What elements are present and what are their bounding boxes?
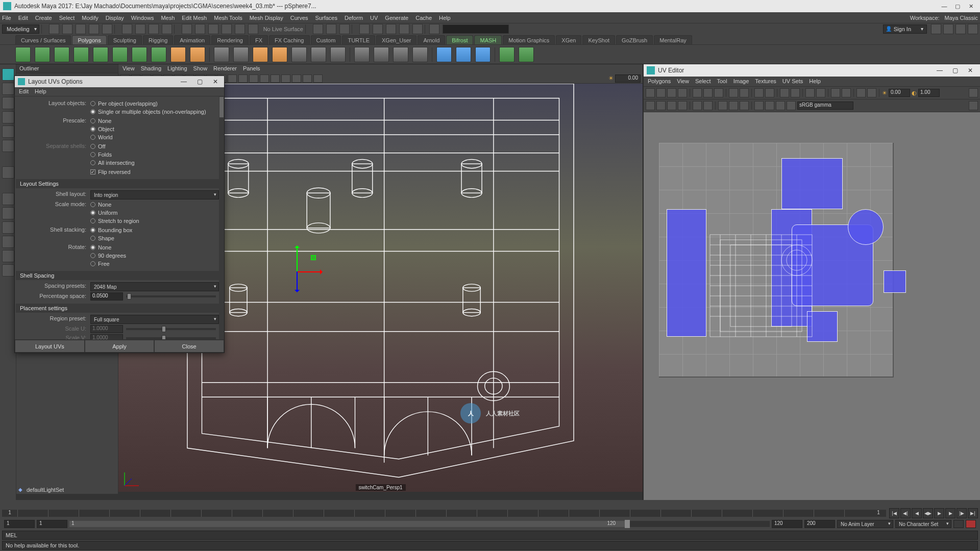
render-icon[interactable]	[359, 24, 370, 34]
target-weld-icon[interactable]	[330, 47, 346, 62]
select-hierarchy-icon[interactable]	[135, 24, 145, 34]
ao-icon[interactable]	[292, 74, 301, 83]
dof-icon[interactable]	[313, 74, 323, 83]
three-pane-icon[interactable]	[2, 250, 14, 262]
rotate-tool-icon[interactable]	[2, 126, 14, 138]
separate-icon[interactable]	[233, 47, 249, 62]
range-track[interactable]: 1 120	[69, 521, 770, 527]
timeline-track[interactable]	[17, 510, 871, 517]
uv-gamma-field[interactable]: 1.00	[918, 89, 940, 97]
radio-prescale-none[interactable]: None	[90, 117, 219, 125]
uv-rotate-cw-icon[interactable]	[678, 88, 687, 97]
uv-checker-icon[interactable]	[831, 88, 840, 97]
sculpt-icon[interactable]	[436, 47, 452, 62]
maximize-button[interactable]: ▢	[951, 2, 964, 11]
shell-layout-dropdown[interactable]: Into region	[90, 190, 219, 199]
signin-dropdown[interactable]: Sign In	[883, 24, 927, 34]
lasso-tool-icon[interactable]	[2, 83, 14, 95]
viewport-menu-show[interactable]: Show	[193, 65, 208, 72]
smooth-icon[interactable]	[354, 47, 370, 62]
four-pane-icon[interactable]	[2, 207, 14, 219]
tab-rendering[interactable]: Rendering	[211, 35, 249, 44]
render-view-icon[interactable]	[399, 24, 409, 34]
panel-layout-icon[interactable]	[429, 24, 439, 34]
dialog-maximize-button[interactable]: ▢	[194, 78, 206, 85]
tab-curves-surfaces[interactable]: Curves / Surfaces	[15, 35, 71, 44]
viewport-menu-panels[interactable]: Panels	[243, 65, 260, 72]
snap-plane-icon[interactable]	[222, 24, 232, 34]
tab-gozbrush[interactable]: GoZBrush	[616, 35, 653, 44]
uv-menu-help[interactable]: Help	[809, 78, 821, 85]
radio-rotate-free[interactable]: Free	[90, 260, 219, 268]
last-tool-icon[interactable]	[2, 166, 14, 179]
motion-blur-icon[interactable]	[303, 74, 312, 83]
new-scene-icon[interactable]	[49, 24, 59, 34]
manipulator-y-axis[interactable]	[297, 246, 298, 271]
uv-refresh-icon[interactable]	[969, 101, 978, 110]
dialog-close-button[interactable]: ✕	[210, 78, 221, 85]
uv-color-g-icon[interactable]	[765, 101, 774, 110]
workspace-value[interactable]: Maya Classic	[945, 15, 978, 21]
viewport-menu-view[interactable]: View	[122, 65, 135, 72]
range-end-field[interactable]: 200	[804, 520, 835, 528]
poly-pipe-icon[interactable]	[151, 47, 166, 62]
dialog-menu-help[interactable]: Help	[35, 88, 46, 95]
uv-grid-icon[interactable]	[791, 88, 800, 97]
percentage-space-slider[interactable]	[126, 295, 216, 297]
menu-display[interactable]: Display	[106, 15, 124, 21]
tab-motion-graphics[interactable]: Motion Graphics	[503, 35, 555, 44]
redo-icon[interactable]	[102, 24, 112, 34]
history-toggle-icon[interactable]	[326, 24, 336, 34]
two-pane-side-icon[interactable]	[2, 221, 14, 234]
apply-button[interactable]: Apply	[85, 340, 155, 353]
tool-settings-icon[interactable]	[955, 24, 966, 34]
poly-type-icon[interactable]	[170, 47, 186, 62]
single-pane-icon[interactable]	[2, 193, 14, 205]
menu-curves[interactable]: Curves	[290, 15, 308, 21]
render-layer-icon[interactable]	[412, 24, 423, 34]
mirror-icon[interactable]	[374, 47, 389, 62]
uv-isolate-icon[interactable]	[805, 88, 815, 97]
extrude-icon[interactable]	[253, 47, 268, 62]
isolate-icon[interactable]	[260, 74, 269, 83]
uv-flip-v-icon[interactable]	[656, 88, 666, 97]
outliner-scrollbar[interactable]	[16, 494, 118, 500]
snap-grid-icon[interactable]	[182, 24, 192, 34]
select-icon[interactable]	[122, 24, 132, 34]
go-to-start-button[interactable]: |◀	[889, 508, 899, 518]
radio-rotate-none[interactable]: None	[90, 243, 219, 252]
uv-show-grid-icon[interactable]	[718, 101, 727, 110]
ipr-icon[interactable]	[373, 24, 383, 34]
uv-lattice-icon[interactable]	[667, 101, 676, 110]
uv-color-a-icon[interactable]	[787, 101, 796, 110]
crease-icon[interactable]	[475, 47, 491, 62]
layout-uvs-button[interactable]: Layout UVs	[15, 340, 85, 353]
step-forward-button[interactable]: ▶	[945, 508, 955, 518]
menu-deform[interactable]: Deform	[345, 15, 363, 21]
two-pane-stack-icon[interactable]	[2, 236, 14, 248]
uv-close-button[interactable]: ✕	[964, 66, 977, 75]
uv-menu-tool[interactable]: Tool	[717, 78, 727, 85]
radio-prescale-world[interactable]: World	[90, 133, 219, 141]
svg-icon[interactable]	[190, 47, 205, 62]
play-forward-button[interactable]: ▶	[934, 508, 944, 518]
uv-menu-textures[interactable]: Textures	[755, 78, 776, 85]
uv-color-r-icon[interactable]	[754, 101, 764, 110]
outliner-item[interactable]: defaultLightSet	[16, 486, 118, 494]
snap-point-icon[interactable]	[208, 24, 218, 34]
history-icon[interactable]	[313, 24, 323, 34]
poly-torus-icon[interactable]	[112, 47, 128, 62]
radio-scale-none[interactable]: None	[90, 201, 219, 209]
history-menu-icon[interactable]	[339, 24, 350, 34]
uv-menu-polygons[interactable]: Polygons	[648, 78, 671, 85]
menu-file[interactable]: File	[2, 15, 11, 21]
uv-editor-icon[interactable]	[499, 47, 514, 62]
poly-sphere-icon[interactable]	[15, 47, 31, 62]
playback-end-field[interactable]: 120	[772, 520, 802, 528]
uv-refresh-icon[interactable]	[969, 88, 978, 97]
make-live-icon[interactable]	[248, 24, 258, 34]
uv-split-icon[interactable]	[714, 88, 723, 97]
tab-keyshot[interactable]: KeyShot	[582, 35, 615, 44]
tab-fx[interactable]: FX	[250, 35, 268, 44]
tab-xgen-user[interactable]: XGen_User	[376, 35, 416, 44]
